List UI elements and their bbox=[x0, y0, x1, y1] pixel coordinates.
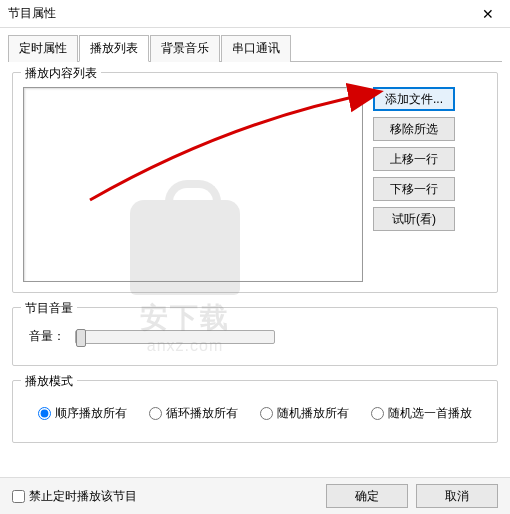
radio-input[interactable] bbox=[371, 407, 384, 420]
radio-input[interactable] bbox=[149, 407, 162, 420]
remove-selected-button[interactable]: 移除所选 bbox=[373, 117, 455, 141]
tab-serial[interactable]: 串口通讯 bbox=[221, 35, 291, 62]
content-area: 播放内容列表 添加文件... 移除所选 上移一行 下移一行 试听(看) 节目音量… bbox=[0, 62, 510, 467]
cancel-button[interactable]: 取消 bbox=[416, 484, 498, 508]
volume-slider[interactable] bbox=[75, 330, 275, 344]
radio-random-all[interactable]: 随机播放所有 bbox=[260, 405, 349, 422]
radio-loop[interactable]: 循环播放所有 bbox=[149, 405, 238, 422]
radio-sequential[interactable]: 顺序播放所有 bbox=[38, 405, 127, 422]
button-label: 移除所选 bbox=[390, 121, 438, 138]
radio-input[interactable] bbox=[38, 407, 51, 420]
radio-label: 随机播放所有 bbox=[277, 405, 349, 422]
add-file-button[interactable]: 添加文件... bbox=[373, 87, 455, 111]
ok-button[interactable]: 确定 bbox=[326, 484, 408, 508]
radio-label: 循环播放所有 bbox=[166, 405, 238, 422]
volume-group: 节目音量 音量： bbox=[12, 307, 498, 366]
button-label: 上移一行 bbox=[390, 151, 438, 168]
button-column: 添加文件... 移除所选 上移一行 下移一行 试听(看) bbox=[373, 87, 455, 282]
tab-timer[interactable]: 定时属性 bbox=[8, 35, 78, 62]
tab-label: 背景音乐 bbox=[161, 41, 209, 55]
preview-button[interactable]: 试听(看) bbox=[373, 207, 455, 231]
checkbox-input[interactable] bbox=[12, 490, 25, 503]
radio-label: 随机选一首播放 bbox=[388, 405, 472, 422]
tab-playlist[interactable]: 播放列表 bbox=[79, 35, 149, 62]
tab-label: 串口通讯 bbox=[232, 41, 280, 55]
close-icon[interactable]: ✕ bbox=[472, 4, 504, 24]
button-label: 下移一行 bbox=[390, 181, 438, 198]
radio-label: 顺序播放所有 bbox=[55, 405, 127, 422]
slider-thumb[interactable] bbox=[76, 329, 86, 347]
tab-bgm[interactable]: 背景音乐 bbox=[150, 35, 220, 62]
group-label: 节目音量 bbox=[21, 300, 77, 317]
playlist-group: 播放内容列表 添加文件... 移除所选 上移一行 下移一行 试听(看) bbox=[12, 72, 498, 293]
radio-random-one[interactable]: 随机选一首播放 bbox=[371, 405, 472, 422]
move-up-button[interactable]: 上移一行 bbox=[373, 147, 455, 171]
disable-timer-checkbox[interactable]: 禁止定时播放该节目 bbox=[12, 488, 137, 505]
button-label: 试听(看) bbox=[392, 211, 436, 228]
footer-bar: 禁止定时播放该节目 确定 取消 bbox=[0, 477, 510, 514]
tab-label: 播放列表 bbox=[90, 41, 138, 55]
tab-label: 定时属性 bbox=[19, 41, 67, 55]
move-down-button[interactable]: 下移一行 bbox=[373, 177, 455, 201]
playlist-listbox[interactable] bbox=[23, 87, 363, 282]
button-label: 取消 bbox=[445, 488, 469, 505]
group-label: 播放模式 bbox=[21, 373, 77, 390]
radio-input[interactable] bbox=[260, 407, 273, 420]
button-label: 确定 bbox=[355, 488, 379, 505]
title-bar: 节目属性 ✕ bbox=[0, 0, 510, 28]
tab-strip: 定时属性 播放列表 背景音乐 串口通讯 bbox=[8, 34, 502, 62]
playmode-group: 播放模式 顺序播放所有 循环播放所有 随机播放所有 随机选一首播放 bbox=[12, 380, 498, 443]
group-label: 播放内容列表 bbox=[21, 65, 101, 82]
volume-label: 音量： bbox=[29, 328, 65, 345]
checkbox-label: 禁止定时播放该节目 bbox=[29, 488, 137, 505]
window-title: 节目属性 bbox=[8, 5, 56, 22]
button-label: 添加文件... bbox=[385, 91, 443, 108]
